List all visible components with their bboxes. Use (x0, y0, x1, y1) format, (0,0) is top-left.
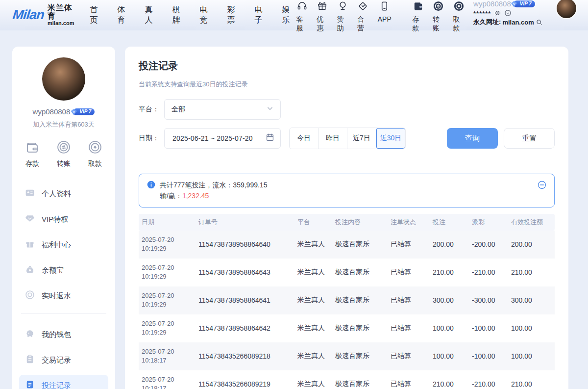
summary-line2: 输/赢：1,232.45 (160, 190, 532, 201)
chevron-down-icon (267, 105, 273, 114)
promotions-link[interactable]: 优惠 (317, 0, 328, 33)
username-text: wyp080808 (473, 0, 511, 8)
shortcut-yesterday-button[interactable]: 昨日 (318, 128, 347, 149)
col-header-date: 日期 (139, 218, 196, 227)
cell-content: 极速百家乐 (332, 296, 388, 305)
table-row: 2025-07-2010:19:29 1154738738958864642 米… (139, 314, 555, 342)
sidebar-item-rebate[interactable]: 实时返水 (19, 285, 108, 307)
logo-cn-text: 米兰体育 (48, 4, 77, 21)
sidebar: wyp080808 V VIP 7 加入米兰体育第603天 存款 转账 (12, 47, 115, 389)
eye-off-icon[interactable] (494, 9, 501, 17)
date-shortcut-group: 今日 昨日 近7日 近30日 (289, 128, 406, 149)
sidebar-item-welfare[interactable]: 福利中心 (19, 234, 108, 256)
cell-valid: 210.00 (508, 268, 555, 276)
nav-item-live[interactable]: 真人 (145, 5, 159, 26)
rebate-circle-icon (25, 290, 35, 302)
sidebar-item-yuebao[interactable]: 余额宝 (19, 259, 108, 281)
cell-order: 1154738738958864640 (196, 240, 294, 248)
avatar[interactable] (556, 0, 577, 19)
page-subtitle: 当前系统支持查询最近30日的投注记录 (139, 80, 555, 89)
gift-icon (317, 0, 328, 14)
cell-content: 极速百家乐 (332, 240, 388, 249)
nav-item-cards[interactable]: 棋牌 (172, 5, 187, 26)
sidebar-item-profile[interactable]: 个人资料 (19, 183, 108, 205)
sponsorship-link[interactable]: 赞助 (337, 0, 349, 33)
nav-item-esports[interactable]: 电竞 (200, 5, 214, 26)
platform-select[interactable]: 全部 (164, 99, 281, 120)
table-row: 2025-07-2010:18:17 1154738435266089218 米… (139, 342, 555, 370)
info-icon (147, 181, 155, 191)
sidebar-deposit-label: 存款 (25, 159, 39, 168)
cell-bet: 100.00 (430, 352, 469, 360)
col-header-valid: 有效投注额 (508, 218, 555, 227)
sidebar-deposit-button[interactable]: 存款 (25, 140, 40, 168)
col-header-content: 投注内容 (332, 218, 388, 227)
welfare-gift-icon (25, 239, 35, 251)
cell-status: 已结算 (388, 380, 430, 389)
date-range-input[interactable]: 2025-06-21 ~ 2025-07-20 (164, 128, 281, 149)
withdraw-link[interactable]: 取款 (453, 0, 465, 33)
cell-content: 极速百家乐 (332, 324, 388, 333)
cell-bet: 300.00 (430, 296, 469, 304)
summary-box: 共计777笔投注，流水：359,999.15 输/赢：1,232.45 (139, 174, 555, 207)
sidebar-transfer-label: 转账 (57, 159, 71, 168)
id-card-icon (25, 188, 35, 200)
wallet-outline-icon (25, 140, 40, 156)
app-download-link[interactable]: APP (378, 0, 392, 23)
date-range-value: 2025-06-21 ~ 2025-07-20 (172, 134, 266, 142)
shortcut-7days-button[interactable]: 近7日 (347, 128, 376, 149)
top-navbar: Milan 米兰体育 milan.com 首页 体育 真人 棋牌 电竞 彩票 电… (0, 0, 588, 30)
col-header-platform: 平台 (294, 218, 332, 227)
nav-item-sports[interactable]: 体育 (118, 5, 132, 26)
vip-badge: V VIP 7 (514, 0, 535, 7)
cell-bet: 200.00 (430, 240, 469, 248)
permanent-url-value: milan.com (502, 19, 534, 26)
money-bag-icon (25, 264, 35, 276)
sidebar-item-vip[interactable]: VIP特权 (19, 208, 108, 230)
date-label: 日期： (139, 134, 164, 143)
sidebar-item-bet-records-label: 投注记录 (42, 381, 71, 389)
sidebar-withdraw-button[interactable]: 取款 (88, 140, 102, 168)
cell-bet: 210.00 (430, 268, 469, 276)
table-row: 2025-07-2010:18:17 1154738435266089219 米… (139, 370, 555, 389)
brand-logo[interactable]: Milan 米兰体育 milan.com (13, 4, 77, 26)
magnifier-icon[interactable] (536, 19, 543, 26)
nav-item-entertainment[interactable]: 娱乐 (282, 5, 296, 26)
cell-date: 2025-07-2010:19:29 (139, 319, 196, 337)
reset-button[interactable]: 重置 (504, 128, 555, 149)
cell-platform: 米兰真人 (294, 324, 332, 333)
cell-platform: 米兰真人 (294, 380, 332, 389)
col-header-bet: 投注 (430, 218, 469, 227)
summary-line1: 共计777笔投注，流水：359,999.15 (160, 180, 532, 190)
sidebar-item-wallet[interactable]: 我的钱包 (19, 324, 108, 345)
promotions-label: 优惠 (317, 15, 328, 33)
search-button[interactable]: 查询 (447, 128, 498, 149)
collapse-minus-icon[interactable] (538, 181, 546, 191)
cell-content: 极速百家乐 (332, 352, 388, 361)
table-row: 2025-07-2010:19:29 1154738738958864641 米… (139, 286, 555, 314)
shortcut-today-button[interactable]: 今日 (290, 128, 318, 149)
sidebar-item-bet-records[interactable]: 投注记录 (19, 375, 108, 389)
deposit-label: 存款 (412, 15, 424, 33)
withdraw-circle-icon (453, 0, 465, 14)
nav-item-slots[interactable]: 电子 (255, 5, 269, 26)
cell-date: 2025-07-2010:19:29 (139, 291, 196, 309)
transfer-link[interactable]: 转账 (433, 0, 444, 33)
sponsorship-label: 赞助 (337, 15, 349, 33)
cell-payout: -300.00 (469, 296, 508, 304)
deposit-link[interactable]: 存款 (412, 0, 424, 33)
sidebar-item-welfare-label: 福利中心 (42, 240, 71, 250)
shortcut-30days-button[interactable]: 近30日 (376, 128, 405, 149)
refresh-circle-icon[interactable] (504, 9, 512, 17)
sidebar-transfer-button[interactable]: 转账 (56, 140, 71, 168)
transfer-outline-icon (56, 140, 71, 156)
partnership-link[interactable]: 合营 (357, 0, 369, 33)
sidebar-item-transactions[interactable]: 交易记录 (19, 349, 108, 371)
sidebar-avatar[interactable] (42, 57, 85, 101)
mobile-app-icon (379, 0, 390, 14)
customer-service-link[interactable]: 客服 (296, 0, 308, 33)
platform-selected-value: 全部 (172, 105, 267, 114)
nav-item-lottery[interactable]: 彩票 (227, 5, 242, 26)
nav-item-home[interactable]: 首页 (90, 5, 104, 26)
wallet-icon (413, 0, 424, 14)
